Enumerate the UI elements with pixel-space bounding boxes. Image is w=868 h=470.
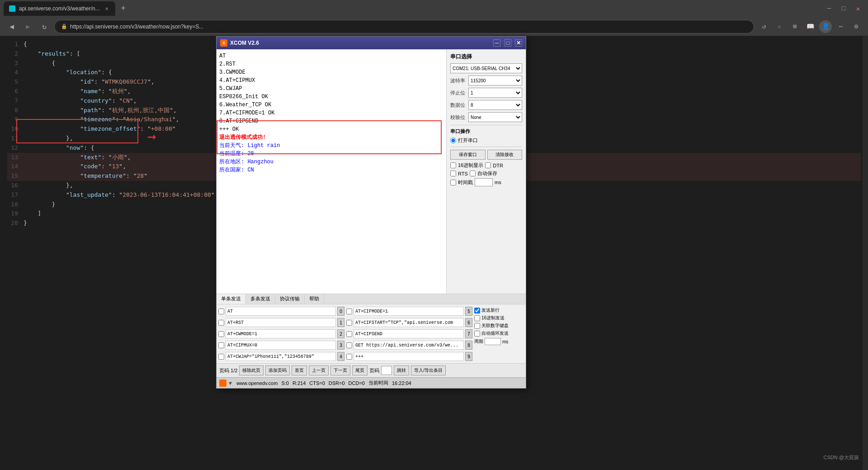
status-gear: ▼ bbox=[219, 380, 233, 387]
next-page-button[interactable]: 下一页 bbox=[330, 366, 350, 375]
send-input-7[interactable] bbox=[354, 329, 464, 338]
timer-checkbox[interactable] bbox=[450, 180, 456, 185]
rts-checkbox[interactable] bbox=[450, 171, 456, 176]
stop-select[interactable]: 1 bbox=[468, 88, 522, 98]
baud-select[interactable]: 115200 bbox=[468, 76, 522, 85]
first-page-button[interactable]: 首页 bbox=[292, 366, 307, 375]
send-input-1[interactable] bbox=[226, 318, 336, 327]
line-3: 3 bbox=[7, 59, 18, 68]
import-export-button[interactable]: 导入/导出条目 bbox=[411, 366, 446, 375]
scrollbar[interactable] bbox=[863, 36, 868, 470]
browser-refresh-icon[interactable]: ↺ bbox=[758, 20, 770, 33]
back-button[interactable]: ◀ bbox=[5, 20, 18, 33]
line-4: 4 bbox=[7, 68, 18, 77]
send-input-3[interactable] bbox=[226, 341, 336, 350]
prev-page-button[interactable]: 上一页 bbox=[309, 366, 329, 375]
port-select[interactable]: COM21: USB-SERIAL CH34 bbox=[450, 63, 522, 73]
cycle-input[interactable]: 1000 bbox=[485, 338, 501, 345]
browser-tab[interactable]: api.seniverse.com/v3/weather/n... ✕ bbox=[4, 1, 115, 16]
hex-send-checkbox[interactable] bbox=[474, 315, 480, 321]
remove-page-button[interactable]: 移除此页 bbox=[239, 366, 264, 375]
send-newline-row: 发送新行 bbox=[474, 307, 524, 313]
status-cts: CTS=0 bbox=[309, 380, 325, 386]
line-19: 19 bbox=[7, 209, 18, 218]
line-17: 17 bbox=[7, 190, 18, 200]
terminal-line-at: AT bbox=[219, 52, 443, 60]
new-tab-button[interactable]: + bbox=[117, 2, 130, 15]
address-bar[interactable]: 🔒 https://api.seniverse.com/v3/weather/n… bbox=[54, 20, 754, 33]
send-check-3[interactable] bbox=[218, 342, 224, 348]
tab-protocol-send[interactable]: 协议传输 bbox=[275, 294, 305, 304]
send-input-9[interactable] bbox=[354, 352, 464, 361]
auto-cycle-row: 自动循环发送 bbox=[474, 330, 524, 337]
refresh-button[interactable]: ↻ bbox=[38, 20, 51, 33]
send-input-6[interactable] bbox=[354, 318, 464, 327]
tab-close-button[interactable]: ✕ bbox=[104, 5, 110, 12]
open-port-radio[interactable] bbox=[450, 138, 456, 143]
hex-display-row: 16进制显示 DTR bbox=[450, 162, 522, 169]
line-15: 15 bbox=[7, 171, 18, 181]
auto-cycle-checkbox[interactable] bbox=[474, 331, 480, 337]
clear-recv-button[interactable]: 清除接收 bbox=[487, 150, 523, 160]
window-close-button[interactable]: ✕ bbox=[852, 2, 864, 15]
timer-input[interactable]: 1000 bbox=[475, 178, 493, 186]
rts-autosave-row: RTS 自动保存 bbox=[450, 170, 522, 177]
save-window-button[interactable]: 保存窗口 bbox=[450, 150, 486, 160]
assoc-keyboard-label: 关联数字键盘 bbox=[481, 323, 509, 329]
last-page-button[interactable]: 尾页 bbox=[352, 366, 368, 375]
add-page-button[interactable]: 添加页码 bbox=[265, 366, 290, 375]
save-clear-row: 保存窗口 清除接收 bbox=[450, 150, 522, 160]
check-select[interactable]: None bbox=[468, 112, 522, 122]
page-number-input[interactable]: 1 bbox=[381, 366, 392, 375]
xcom-minimize-button[interactable]: ─ bbox=[493, 39, 500, 47]
tab-favicon bbox=[9, 5, 15, 12]
send-input-4[interactable] bbox=[226, 352, 336, 361]
send-input-2[interactable] bbox=[226, 329, 336, 338]
xcom-maximize-button[interactable]: □ bbox=[504, 39, 511, 47]
terminal-line-rst: 2.RST bbox=[219, 60, 443, 68]
send-newline-checkbox[interactable] bbox=[474, 308, 480, 313]
settings-icon[interactable]: ⚙ bbox=[850, 20, 863, 33]
data-select[interactable]: 8 bbox=[468, 100, 522, 110]
browser-titlebar: api.seniverse.com/v3/weather/n... ✕ + ─ … bbox=[0, 0, 868, 17]
send-check-0[interactable] bbox=[218, 309, 224, 314]
content-area: 1{ 2 "results": [ 3 { 4 "location": { 5 … bbox=[0, 36, 868, 470]
xcom-terminal: AT 2.RST 3.CWMODE 4.AT+CIPMUX 5.CWJAP ES… bbox=[217, 49, 447, 294]
browser-star-icon[interactable]: ☆ bbox=[773, 20, 786, 33]
send-row-1: 1 bbox=[218, 318, 344, 328]
send-input-0[interactable] bbox=[226, 307, 336, 316]
send-check-9[interactable] bbox=[346, 354, 352, 360]
window-maximize-button[interactable]: □ bbox=[837, 2, 850, 15]
send-check-2[interactable] bbox=[218, 331, 224, 337]
jump-button[interactable]: 跳转 bbox=[394, 366, 409, 375]
send-num-7: 7 bbox=[465, 329, 472, 338]
send-check-7[interactable] bbox=[346, 331, 352, 337]
settings-title: 串口选择 bbox=[450, 53, 522, 61]
tab-single-send[interactable]: 单条发送 bbox=[217, 294, 246, 304]
line-10: 10 bbox=[7, 124, 18, 134]
send-input-5[interactable] bbox=[354, 307, 464, 316]
port-row: COM21: USB-SERIAL CH34 bbox=[450, 63, 522, 73]
send-check-6[interactable] bbox=[346, 320, 352, 326]
auto-save-checkbox[interactable] bbox=[470, 171, 476, 176]
browser-read-icon[interactable]: 📖 bbox=[804, 20, 816, 33]
dtr-checkbox[interactable] bbox=[485, 162, 491, 168]
send-check-5[interactable] bbox=[346, 309, 352, 314]
xcom-body: AT 2.RST 3.CWMODE 4.AT+CIPMUX 5.CWJAP ES… bbox=[217, 49, 526, 294]
assoc-keyboard-checkbox[interactable] bbox=[474, 323, 480, 329]
forward-button[interactable]: ▶ bbox=[22, 20, 34, 33]
xcom-close-button[interactable]: ✕ bbox=[515, 39, 522, 47]
hex-display-checkbox[interactable] bbox=[450, 162, 456, 168]
browser-collections-icon[interactable]: ⊞ bbox=[788, 20, 801, 33]
send-check-8[interactable] bbox=[346, 342, 352, 348]
status-time-label: 当前时间 bbox=[368, 380, 388, 386]
browser-more-icon[interactable]: ⋯ bbox=[835, 20, 847, 33]
window-minimize-button[interactable]: ─ bbox=[823, 2, 835, 15]
send-check-4[interactable] bbox=[218, 354, 224, 360]
tab-multi-send[interactable]: 多条发送 bbox=[246, 294, 275, 304]
browser-profile-icon[interactable]: 👤 bbox=[819, 20, 832, 33]
send-input-8[interactable] bbox=[354, 341, 464, 350]
send-check-1[interactable] bbox=[218, 320, 224, 326]
tab-help[interactable]: 帮助 bbox=[305, 294, 324, 304]
cycle-row: 周期 1000 ms bbox=[474, 338, 524, 345]
